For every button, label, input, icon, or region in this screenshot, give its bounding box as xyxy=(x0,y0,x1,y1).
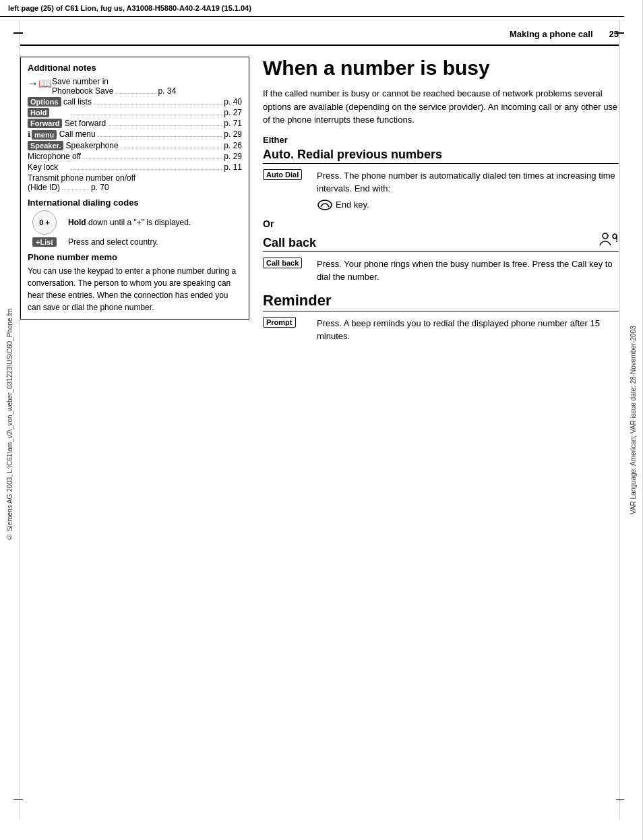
additional-notes-box: Additional notes →📖 Save number in Phone… xyxy=(20,57,249,320)
notes-row-speaker: Speaker. Speakerphone p. 26 xyxy=(28,141,242,150)
notes-row-hold: Hold p. 27 xyxy=(28,108,242,117)
reminder-desc: Press. A beep reminds you to redial the … xyxy=(317,317,619,343)
callback-svg-icon: ! xyxy=(599,232,619,247)
dash-mark-left-bottom xyxy=(13,799,23,800)
callback-icon: ! xyxy=(599,232,619,250)
hold-bold: Hold xyxy=(68,218,86,227)
zero-plus-key: 0 + xyxy=(32,210,57,235)
either-label: Either xyxy=(263,135,619,145)
arrow-book-icon: →📖 xyxy=(28,77,52,90)
call-back-heading-row: Call back ! xyxy=(263,232,619,252)
memo-text: You can use the keypad to enter a phone … xyxy=(28,265,242,313)
notes-row-forward: Forward Set forward p. 71 xyxy=(28,119,242,128)
page-header-title: Making a phone call xyxy=(510,29,593,39)
svg-text:!: ! xyxy=(615,235,618,244)
end-key-icon xyxy=(317,198,333,212)
svg-point-1 xyxy=(603,233,608,239)
end-key-row: End key. xyxy=(317,198,619,212)
notes-box-title: Additional notes xyxy=(28,63,242,73)
options-badge: Options xyxy=(28,97,61,107)
call-back-heading: Call back xyxy=(263,236,316,250)
speaker-badge: Speaker. xyxy=(28,141,63,150)
hold-badge: Hold xyxy=(28,108,49,117)
prompt-badge: Prompt xyxy=(263,317,296,328)
forward-badge: Forward xyxy=(28,119,62,128)
margin-line-left xyxy=(19,20,20,820)
auto-dial-badge: Auto Dial xyxy=(263,169,302,180)
notes-row-microphone: Microphone off p. 29 xyxy=(28,152,242,161)
menu-badge: menu xyxy=(32,130,57,140)
intl-row-hold: 0 + Hold down until a "+" is displayed. xyxy=(28,210,242,235)
auto-redial-desc-row: Auto Dial Press. The phone number is aut… xyxy=(263,169,619,212)
sidebar-right: VAR Language: American; VAR issue date: … xyxy=(624,0,643,840)
reminder-desc-row: Prompt Press. A beep reminds you to redi… xyxy=(263,317,619,343)
notes-row-options: Options call lists p. 40 xyxy=(28,97,242,107)
call-back-desc: Press. Your phone rings when the busy nu… xyxy=(317,258,619,284)
page-number: 25 xyxy=(609,29,619,39)
dash-mark-left-top xyxy=(13,32,23,34)
list-desc: Press and select country. xyxy=(68,237,242,247)
memo-title: Phone number memo xyxy=(28,252,242,262)
end-key-label: End key. xyxy=(336,198,369,212)
top-bar-text: left page (25) of C61 Lion, fug us, A310… xyxy=(8,4,251,12)
intro-text: If the called number is busy or cannot b… xyxy=(263,87,619,127)
arrow-book-icon-cell: →📖 xyxy=(28,77,52,90)
page-header: Making a phone call 25 xyxy=(20,24,619,46)
notes-row-keylock: Key lock p. 11 xyxy=(28,162,242,172)
reminder-heading: Reminder xyxy=(263,292,619,311)
margin-line-right xyxy=(619,20,620,820)
left-column: Additional notes →📖 Save number in Phone… xyxy=(20,57,249,350)
auto-redial-heading: Auto. Redial previous numbers xyxy=(263,148,619,164)
main-heading: When a number is busy xyxy=(263,57,619,79)
sidebar-left: © Siemens AG 2003, L:\C61\am_v2\_von_web… xyxy=(0,54,19,796)
intl-section-title: International dialing codes xyxy=(28,198,242,208)
notes-row-transmit: Transmit phone number on/off(Hide ID)p. … xyxy=(28,173,242,192)
or-label: Or xyxy=(263,218,619,229)
right-column: When a number is busy If the called numb… xyxy=(263,57,619,350)
notes-row-menu: ℹ menu Call menu p. 29 xyxy=(28,129,242,140)
save-number-text: Save number in Phonebook Savep. 34 xyxy=(52,77,242,96)
notes-row-save: →📖 Save number in Phonebook Savep. 34 xyxy=(28,77,242,96)
svg-point-0 xyxy=(318,200,332,210)
auto-redial-desc: Press. The phone number is automatically… xyxy=(317,169,619,212)
intl-row-list: +List Press and select country. xyxy=(28,237,242,247)
plus-list-badge: +List xyxy=(32,237,57,247)
two-col-layout: Additional notes →📖 Save number in Phone… xyxy=(20,57,619,350)
top-bar: left page (25) of C61 Lion, fug us, A310… xyxy=(0,0,643,17)
call-back-desc-row: Call back Press. Your phone rings when t… xyxy=(263,258,619,284)
call-back-badge: Call back xyxy=(263,258,302,268)
main-content: Making a phone call 25 Additional notes … xyxy=(20,17,619,350)
